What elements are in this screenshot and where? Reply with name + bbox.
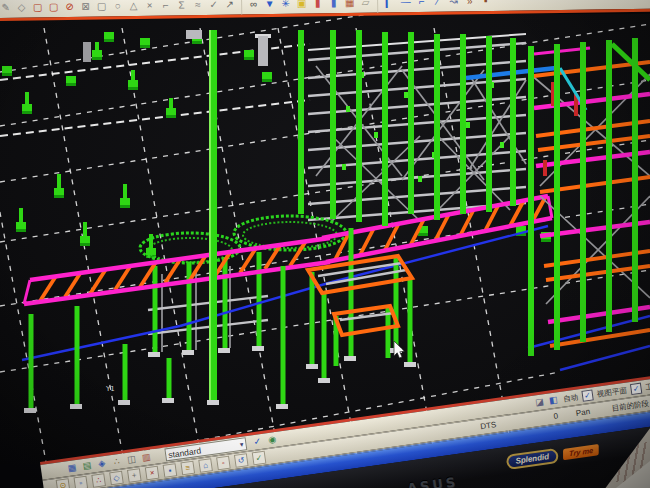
select-bolts-icon[interactable]: ◫: [125, 453, 139, 467]
snap-geometry-icon[interactable]: ◇: [109, 471, 124, 486]
no-weld-icon[interactable]: ⊘: [63, 0, 76, 13]
corner-points-icon[interactable]: ⌐: [159, 0, 172, 11]
circle-points-icon[interactable]: ○: [111, 0, 124, 12]
grid-label: Y1: [105, 385, 115, 393]
clip-red-icon[interactable]: ▮: [311, 0, 324, 9]
create-twin-beam-icon[interactable]: »: [463, 0, 476, 7]
edit-pen-icon[interactable]: ✎: [0, 0, 12, 13]
pointer-arrow-icon[interactable]: ↗: [223, 0, 236, 10]
monitor-brand-logo: ASUS: [406, 474, 459, 488]
rect-points-icon[interactable]: ▢: [95, 0, 108, 12]
create-pad-icon[interactable]: ▪: [479, 0, 492, 7]
status-dts: DTS: [480, 420, 497, 431]
chevron-down-icon: ▾: [239, 440, 244, 448]
snap-ortho-icon[interactable]: ✓: [252, 451, 267, 466]
toolbar-group-create: ▎—⌐∕↝»▪: [377, 0, 497, 13]
point-grid-icon[interactable]: ⊠: [79, 0, 92, 12]
sum-tool-icon[interactable]: Σ: [175, 0, 188, 11]
create-beam-icon[interactable]: —: [399, 0, 412, 8]
status-zero: 0: [553, 411, 559, 421]
triangle-points-icon[interactable]: △: [127, 0, 140, 12]
render-view-icon[interactable]: ▦: [343, 0, 356, 9]
combo-value: standard: [168, 445, 202, 460]
select-components-icon[interactable]: ◈: [95, 457, 109, 471]
bezel-stickers: Splendid Try me: [506, 442, 600, 470]
splendid-sticker: Splendid: [506, 448, 559, 470]
binoculars-icon[interactable]: ∞: [247, 0, 260, 10]
create-brace-icon[interactable]: ∕: [431, 0, 444, 7]
cross-points-icon[interactable]: ×: [143, 0, 156, 11]
select-filter-icon[interactable]: ▦: [65, 461, 79, 475]
status-phase: 目前的阶段 1: [611, 397, 650, 413]
select-welds-icon[interactable]: ▥: [140, 451, 154, 465]
snap-lines-icon[interactable]: ≡: [180, 461, 195, 476]
snap-midpoint-icon[interactable]: ▫: [73, 476, 88, 488]
tryme-sticker: Try me: [563, 444, 599, 460]
checkbox-view-plane[interactable]: ✓: [581, 389, 593, 401]
cut-part-icon[interactable]: ◇: [15, 0, 28, 13]
work-plane-label: 工作平面: [645, 378, 650, 392]
check-tool-icon[interactable]: ✓: [207, 0, 220, 11]
snap-intersection-icon[interactable]: +: [127, 468, 142, 483]
snap-end-icon[interactable]: ▪: [163, 463, 178, 478]
select-parts-icon[interactable]: ▤: [80, 459, 94, 473]
plane-view-icon[interactable]: ◪: [533, 396, 547, 410]
ok-check-icon[interactable]: ✓: [251, 435, 265, 449]
strip-footing-icon[interactable]: ▢: [47, 0, 60, 13]
pad-footing-icon[interactable]: ▢: [31, 0, 44, 13]
snapshot-star-icon[interactable]: ✳: [279, 0, 292, 10]
world-view-icon[interactable]: ◉: [265, 433, 279, 447]
sheet-icon[interactable]: ▱: [359, 0, 372, 8]
snap-cross-icon[interactable]: ×: [145, 466, 160, 481]
plane-icons: ◪◧: [533, 394, 560, 410]
snap-mode-label: 自动: [563, 392, 579, 404]
note-icon[interactable]: ▣: [295, 0, 308, 9]
select-points-icon[interactable]: ∴: [110, 455, 124, 469]
paint-plane-icon[interactable]: ◧: [547, 394, 561, 408]
status-pan: Pan: [575, 407, 590, 418]
create-curved-beam-icon[interactable]: ↝: [447, 0, 460, 7]
snap-origin-icon[interactable]: ⊙: [56, 478, 71, 488]
toolbar-group-views: ∞▼✳▣▮▮▦▱: [241, 0, 377, 15]
create-polybeam-icon[interactable]: ⌐: [415, 0, 428, 8]
create-column-icon[interactable]: ▎: [383, 0, 396, 8]
snap-any-icon[interactable]: ◦: [216, 456, 231, 471]
wave-tool-icon[interactable]: ≈: [191, 0, 204, 11]
clip-blue-icon[interactable]: ▮: [327, 0, 340, 9]
snap-free-icon[interactable]: ↺: [234, 453, 249, 468]
snap-reference-icon[interactable]: ⌂: [198, 458, 213, 473]
checkbox-work-plane[interactable]: ✓: [630, 383, 642, 395]
view-plane-label: 视图平面: [596, 385, 627, 399]
toolbar-group-points: ✎◇▢▢⊘⊠▢○△×⌐Σ≈✓↗: [0, 0, 241, 18]
filter-icon[interactable]: ▼: [263, 0, 276, 10]
snap-points-icon[interactable]: ∴: [91, 473, 106, 488]
